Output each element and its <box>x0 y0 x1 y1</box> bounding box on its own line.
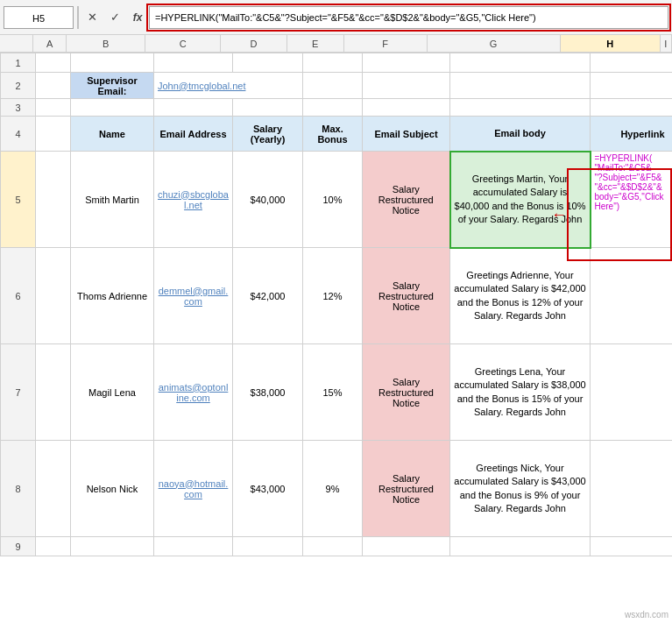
hyperlink-smith-martin[interactable]: =HYPERLINK("MailTo:"&C5&"?Subject="&F5&"… <box>591 152 673 248</box>
a5[interactable] <box>36 152 71 248</box>
g9[interactable] <box>450 537 591 556</box>
b1[interactable] <box>71 53 154 73</box>
body-smith-martin: Greetings Martin, Your accumulated Salar… <box>450 152 591 248</box>
row-2: 2 Supervisor Email: John@tmcglobal.net <box>1 73 673 99</box>
header-email: Email Address <box>154 117 233 152</box>
row-7: 7 Magil Lena animats@optonline.com $38,0… <box>1 344 673 441</box>
b9[interactable] <box>71 537 154 556</box>
a7[interactable] <box>36 344 71 441</box>
d1[interactable] <box>233 53 303 73</box>
col-header-i[interactable]: I <box>661 35 672 52</box>
subject-thoms-adrienne: Salary Restructured Notice <box>363 248 450 344</box>
header-salary: Salary (Yearly) <box>233 117 303 152</box>
formula-bar-separator <box>77 6 79 29</box>
rn-5: 5 <box>1 152 36 248</box>
h1[interactable] <box>591 53 673 73</box>
subject-smith-martin: Salary Restructured Notice <box>363 152 450 248</box>
col-header-e[interactable]: E <box>287 35 344 52</box>
row-9: 9 <box>1 537 673 556</box>
body-thoms-adrienne: Greetings Adrienne, Your accumulated Sal… <box>450 248 591 344</box>
salary-thoms-adrienne: $42,000 <box>233 248 303 344</box>
col-header-a[interactable]: A <box>33 35 67 52</box>
header-name: Name <box>71 117 154 152</box>
rn-3: 3 <box>1 99 36 117</box>
rn-8: 8 <box>1 441 36 537</box>
sheet-wrapper: 1 2 Supervisor Email: John@tmcglobal.net <box>0 53 672 623</box>
email-smith-martin[interactable]: chuzi@sbcglobal.net <box>154 152 233 248</box>
e3[interactable] <box>303 99 363 117</box>
e1[interactable] <box>303 53 363 73</box>
col-header-b[interactable]: B <box>67 35 145 52</box>
c9[interactable] <box>154 537 233 556</box>
hyperlink-magil-lena[interactable] <box>591 344 673 441</box>
column-headers: A B C D E F G H I <box>0 35 672 53</box>
h3[interactable] <box>591 99 673 117</box>
salary-smith-martin: $40,000 <box>233 152 303 248</box>
formula-bar: H5 ✕ ✓ fx <box>0 0 672 35</box>
header-subject: Email Subject <box>363 117 450 152</box>
a6[interactable] <box>36 248 71 344</box>
col-header-g[interactable]: G <box>428 35 561 52</box>
f9[interactable] <box>363 537 450 556</box>
rn-1: 1 <box>1 53 36 73</box>
g3[interactable] <box>450 99 591 117</box>
salary-nelson-nick: $43,000 <box>233 441 303 537</box>
c1[interactable] <box>154 53 233 73</box>
col-header-h[interactable]: H <box>561 35 661 52</box>
rn-4: 4 <box>1 117 36 152</box>
hyperlink-nelson-nick[interactable] <box>591 441 673 537</box>
formula-input[interactable] <box>149 6 668 29</box>
a3[interactable] <box>36 99 71 117</box>
row-1: 1 <box>1 53 673 73</box>
rn-6: 6 <box>1 248 36 344</box>
a4[interactable] <box>36 117 71 152</box>
name-box[interactable]: H5 <box>4 6 74 29</box>
a2[interactable] <box>36 73 71 99</box>
rn-9: 9 <box>1 537 36 556</box>
bonus-thoms-adrienne: 12% <box>303 248 363 344</box>
e9[interactable] <box>303 537 363 556</box>
e2[interactable] <box>303 73 363 99</box>
a1[interactable] <box>36 53 71 73</box>
rn-2: 2 <box>1 73 36 99</box>
bonus-nelson-nick: 9% <box>303 441 363 537</box>
g2[interactable] <box>450 73 591 99</box>
supervisor-email[interactable]: John@tmcglobal.net <box>154 73 303 99</box>
watermark: wsxdn.com <box>625 610 668 619</box>
email-magil-lena[interactable]: animats@optonline.com <box>154 344 233 441</box>
grid-container: 1 2 Supervisor Email: John@tmcglobal.net <box>0 53 672 623</box>
row-6: 6 Thoms Adrienne demmel@gmail.com $42,00… <box>1 248 673 344</box>
col-header-d[interactable]: D <box>221 35 287 52</box>
bonus-smith-martin: 10% <box>303 152 363 248</box>
h9[interactable] <box>591 537 673 556</box>
g1[interactable] <box>450 53 591 73</box>
name-nelson-nick: Nelson Nick <box>71 441 154 537</box>
email-nelson-nick[interactable]: naoya@hotmail.com <box>154 441 233 537</box>
row-3: 3 <box>1 99 673 117</box>
c3[interactable] <box>154 99 233 117</box>
formula-icons: ✕ ✓ fx <box>82 8 147 27</box>
spreadsheet-table: 1 2 Supervisor Email: John@tmcglobal.net <box>0 53 672 556</box>
f3[interactable] <box>363 99 450 117</box>
d3[interactable] <box>233 99 303 117</box>
bonus-magil-lena: 15% <box>303 344 363 441</box>
a9[interactable] <box>36 537 71 556</box>
fx-label: fx <box>128 8 147 27</box>
cancel-icon[interactable]: ✕ <box>82 8 102 27</box>
hyperlink-thoms-adrienne[interactable] <box>591 248 673 344</box>
header-body: Email body <box>450 117 591 152</box>
row-8: 8 Nelson Nick naoya@hotmail.com $43,000 … <box>1 441 673 537</box>
header-bonus: Max. Bonus <box>303 117 363 152</box>
body-nelson-nick: Greetings Nick, Your accumulated Salary … <box>450 441 591 537</box>
h2[interactable] <box>591 73 673 99</box>
email-thoms-adrienne[interactable]: demmel@gmail.com <box>154 248 233 344</box>
f2[interactable] <box>363 73 450 99</box>
subject-magil-lena: Salary Restructured Notice <box>363 344 450 441</box>
d9[interactable] <box>233 537 303 556</box>
a8[interactable] <box>36 441 71 537</box>
f1[interactable] <box>363 53 450 73</box>
confirm-icon[interactable]: ✓ <box>105 8 124 27</box>
b3[interactable] <box>71 99 154 117</box>
col-header-c[interactable]: C <box>145 35 221 52</box>
col-header-f[interactable]: F <box>344 35 428 52</box>
